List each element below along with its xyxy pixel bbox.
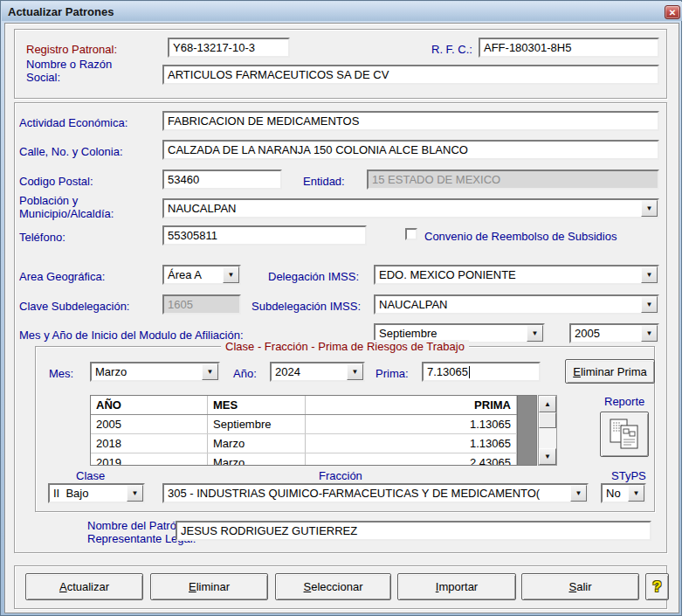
prima-table-scrollbar[interactable]: ▲ ▼: [538, 395, 557, 466]
delegacion-imss-label: Delegación IMSS:: [268, 270, 359, 283]
help-button[interactable]: ?: [645, 573, 669, 600]
chevron-down-icon[interactable]: ▼: [202, 363, 218, 380]
chevron-down-icon[interactable]: ▼: [641, 200, 658, 217]
prima-riesgos-group-title: Clase - Fracción - Prima de Riesgos de T…: [221, 340, 469, 353]
salir-button[interactable]: Salir: [521, 573, 639, 600]
table-row[interactable]: 2019 Marzo 2.43065: [91, 453, 536, 466]
actualizar-button[interactable]: Actualizar: [25, 573, 143, 600]
calle-colonia-label: Calle, No. y Colonia:: [19, 145, 123, 158]
telefono-input[interactable]: 55305811: [162, 225, 367, 246]
report-pages-icon: [609, 419, 640, 450]
reporte-label: Reporte: [604, 395, 644, 408]
representante-input[interactable]: JESUS RODRIGUEZ GUTIERREZ: [176, 521, 651, 541]
prima-table-header-prima: PRIMA: [306, 396, 517, 414]
actualizar-patrones-window: Actualizar Patrones ✕ Registro Patronal:…: [0, 0, 689, 616]
rfc-input[interactable]: AFF-180301-8H5: [479, 38, 659, 58]
chevron-down-icon[interactable]: ▼: [641, 325, 658, 342]
codigo-postal-label: Codigo Postal:: [19, 175, 93, 188]
nombre-razon-social-input[interactable]: ARTICULOS FARMACEUTICOS SA DE CV: [162, 65, 659, 85]
delegacion-imss-combobox[interactable]: EDO. MEXICO PONIENTE ▼: [374, 265, 659, 285]
inicio-modulo-anio-combobox[interactable]: 2005 ▼: [569, 323, 659, 343]
actividad-economica-label: Actividad Económica:: [19, 116, 127, 129]
prima-table-header-row: AÑO MES PRIMA: [91, 396, 536, 415]
table-filler-column: [517, 396, 536, 465]
rfc-label: R. F. C.:: [431, 43, 472, 56]
registro-patronal-input[interactable]: Y68-13217-10-3: [168, 38, 290, 58]
window-title: Actualizar Patrones: [8, 5, 114, 18]
scroll-up-button[interactable]: ▲: [539, 396, 556, 412]
help-question-icon: ?: [652, 578, 661, 596]
scrollbar-thumb[interactable]: [539, 412, 556, 428]
scroll-down-icon: ▼: [544, 453, 551, 460]
eliminar-prima-button[interactable]: Eliminar Prima: [565, 359, 655, 384]
prima-table: AÑO MES PRIMA 2005 Septiembre 1.13065 20…: [90, 395, 537, 466]
telefono-label: Teléfono:: [19, 231, 65, 244]
chevron-down-icon[interactable]: ▼: [641, 266, 658, 283]
subdelegacion-imss-label: Subdelegación IMSS:: [251, 300, 361, 313]
reporte-button[interactable]: [600, 412, 649, 457]
prima-input[interactable]: 7.13065: [422, 362, 541, 382]
poblacion-municipio-label: Población y Municipio/Alcaldía:: [19, 194, 137, 220]
prima-label: Prima:: [376, 367, 409, 380]
scroll-up-icon: ▲: [544, 400, 551, 408]
scroll-down-button[interactable]: ▼: [539, 448, 556, 465]
chevron-down-icon[interactable]: ▼: [527, 325, 543, 342]
clase-combobox[interactable]: II Bajo ▼: [48, 483, 145, 503]
actividad-economica-input[interactable]: FABRICACION DE MEDICAMENTOS: [162, 111, 659, 131]
area-geografica-combobox[interactable]: Área A ▼: [162, 265, 241, 285]
close-icon: ✕: [669, 8, 676, 17]
fraccion-label: Fracción: [319, 469, 362, 482]
area-geografica-label: Area Geográfica:: [19, 270, 105, 283]
table-row[interactable]: 2018 Marzo 1.13065: [91, 434, 536, 453]
clave-subdelegacion-label: Clave Subdelegación:: [19, 300, 129, 313]
chevron-down-icon[interactable]: ▼: [223, 266, 239, 283]
prima-anio-combobox[interactable]: 2024 ▼: [270, 362, 365, 382]
prima-table-header-mes: MES: [208, 396, 306, 414]
eliminar-button[interactable]: Eliminar: [150, 573, 268, 600]
entidad-label: Entidad:: [303, 175, 345, 188]
nombre-razon-social-label: Nombre o Razón Social:: [26, 58, 131, 84]
convenio-reembolso-label: Convenio de Reembolso de Subsidios: [424, 230, 617, 243]
prima-mes-combobox[interactable]: Marzo ▼: [90, 362, 220, 382]
title-bar[interactable]: Actualizar Patrones: [2, 2, 682, 21]
calle-colonia-input[interactable]: CALZADA DE LA NARANJA 150 COLONIA ALCE B…: [162, 140, 659, 160]
clave-subdelegacion-input-disabled: 1605: [162, 294, 241, 315]
inicio-modulo-label: Mes y Año de Inicio del Modulo de Afilia…: [19, 329, 244, 342]
chevron-down-icon[interactable]: ▼: [570, 485, 587, 502]
codigo-postal-input[interactable]: 53460: [162, 170, 282, 190]
chevron-down-icon[interactable]: ▼: [641, 296, 658, 313]
chevron-down-icon[interactable]: ▼: [347, 363, 363, 380]
table-row[interactable]: 2005 Septiembre 1.13065: [91, 415, 536, 434]
styps-label: STyPS: [611, 469, 646, 482]
importar-button[interactable]: Importar: [397, 573, 516, 600]
registro-patronal-label: Registro Patronal:: [26, 43, 117, 56]
poblacion-municipio-combobox[interactable]: NAUCALPAN ▼: [162, 198, 659, 218]
fraccion-combobox[interactable]: 305 - INDUSTRIAS QUIMICO-FARMACEUTICAS Y…: [162, 483, 589, 503]
entidad-input-disabled: 15 ESTADO DE MEXICO: [367, 170, 659, 190]
prima-anio-label: Año:: [233, 367, 257, 380]
clase-label: Clase: [76, 469, 105, 482]
prima-table-header-anio: AÑO: [91, 396, 208, 414]
styps-combobox[interactable]: No ▼: [601, 483, 646, 503]
chevron-down-icon[interactable]: ▼: [127, 485, 143, 502]
subdelegacion-imss-combobox[interactable]: NAUCALPAN ▼: [374, 294, 659, 315]
prima-mes-label: Mes:: [49, 367, 73, 380]
seleccionar-button[interactable]: Seleccionar: [275, 573, 391, 600]
chevron-down-icon[interactable]: ▼: [628, 485, 644, 502]
convenio-reembolso-checkbox[interactable]: [405, 228, 417, 240]
close-button[interactable]: ✕: [665, 5, 680, 19]
